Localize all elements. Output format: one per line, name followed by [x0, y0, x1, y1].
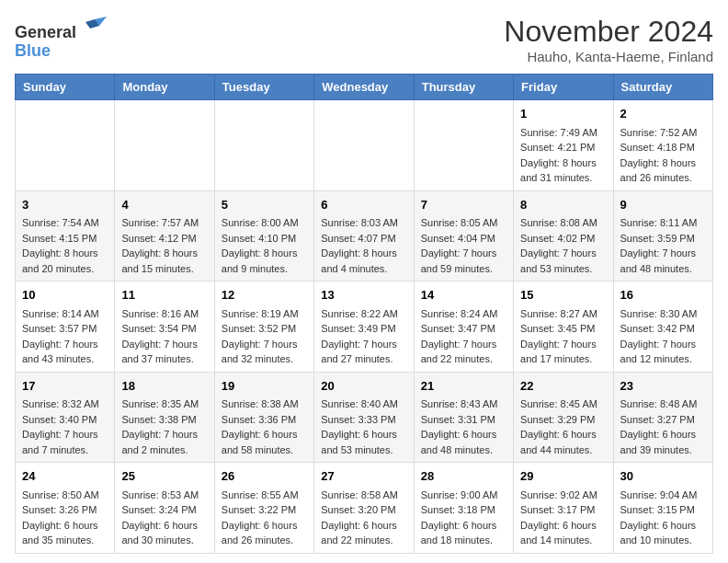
day-number: 20 — [321, 377, 406, 396]
day-info: Sunrise: 8:55 AM Sunset: 3:22 PM Dayligh… — [222, 488, 307, 548]
logo-blue: Blue — [15, 41, 51, 60]
day-info: Sunrise: 8:00 AM Sunset: 4:10 PM Dayligh… — [222, 215, 307, 276]
day-number: 10 — [22, 286, 108, 304]
calendar-weekday-header: Tuesday — [214, 75, 313, 100]
month-title: November 2024 — [504, 15, 713, 49]
day-number: 12 — [222, 286, 307, 304]
calendar-cell: 9Sunrise: 8:11 AM Sunset: 3:59 PM Daylig… — [613, 190, 712, 282]
calendar-cell: 1Sunrise: 7:49 AM Sunset: 4:21 PM Daylig… — [514, 100, 613, 191]
day-info: Sunrise: 8:11 AM Sunset: 3:59 PM Dayligh… — [620, 215, 706, 276]
calendar-cell: 24Sunrise: 8:50 AM Sunset: 3:26 PM Dayli… — [16, 463, 115, 554]
calendar-cell: 2Sunrise: 7:52 AM Sunset: 4:18 PM Daylig… — [613, 100, 712, 191]
logo-general: General — [15, 23, 76, 41]
day-number: 13 — [321, 286, 406, 304]
title-area: November 2024 Hauho, Kanta-Haeme, Finlan… — [504, 15, 713, 64]
page-header: General Blue November 2024 Hauho, Kanta-… — [15, 15, 713, 64]
calendar-cell: 17Sunrise: 8:32 AM Sunset: 3:40 PM Dayli… — [16, 372, 115, 463]
day-number: 16 — [620, 286, 706, 304]
calendar-cell: 22Sunrise: 8:45 AM Sunset: 3:29 PM Dayli… — [514, 372, 613, 463]
logo-text: General Blue — [15, 15, 108, 61]
day-info: Sunrise: 7:49 AM Sunset: 4:21 PM Dayligh… — [520, 125, 606, 186]
day-info: Sunrise: 9:04 AM Sunset: 3:15 PM Dayligh… — [620, 488, 706, 548]
day-info: Sunrise: 8:38 AM Sunset: 3:36 PM Dayligh… — [222, 396, 307, 457]
day-number: 24 — [22, 467, 108, 486]
day-number: 22 — [520, 377, 606, 396]
calendar-cell: 14Sunrise: 8:24 AM Sunset: 3:47 PM Dayli… — [414, 282, 513, 373]
day-info: Sunrise: 9:00 AM Sunset: 3:18 PM Dayligh… — [421, 488, 506, 548]
calendar-cell: 21Sunrise: 8:43 AM Sunset: 3:31 PM Dayli… — [414, 372, 513, 463]
day-info: Sunrise: 8:08 AM Sunset: 4:02 PM Dayligh… — [520, 215, 606, 276]
calendar-header-row: SundayMondayTuesdayWednesdayThursdayFrid… — [16, 75, 713, 100]
day-number: 18 — [121, 377, 207, 396]
calendar-table: SundayMondayTuesdayWednesdayThursdayFrid… — [15, 74, 713, 554]
day-number: 3 — [22, 196, 108, 214]
calendar-cell: 20Sunrise: 8:40 AM Sunset: 3:33 PM Dayli… — [314, 372, 414, 463]
day-info: Sunrise: 8:40 AM Sunset: 3:33 PM Dayligh… — [321, 396, 406, 457]
day-info: Sunrise: 7:52 AM Sunset: 4:18 PM Dayligh… — [620, 125, 706, 186]
day-number: 9 — [620, 196, 706, 214]
logo: General Blue — [15, 15, 108, 61]
calendar-cell: 25Sunrise: 8:53 AM Sunset: 3:24 PM Dayli… — [115, 463, 214, 554]
calendar-cell: 13Sunrise: 8:22 AM Sunset: 3:49 PM Dayli… — [314, 282, 414, 373]
calendar-cell: 3Sunrise: 7:54 AM Sunset: 4:15 PM Daylig… — [16, 190, 115, 282]
calendar-week-row: 1Sunrise: 7:49 AM Sunset: 4:21 PM Daylig… — [16, 100, 713, 191]
day-number: 29 — [520, 467, 606, 486]
calendar-cell: 11Sunrise: 8:16 AM Sunset: 3:54 PM Dayli… — [115, 282, 214, 373]
day-info: Sunrise: 8:03 AM Sunset: 4:07 PM Dayligh… — [321, 215, 406, 276]
logo-bird-icon — [81, 15, 108, 38]
calendar-cell: 29Sunrise: 9:02 AM Sunset: 3:17 PM Dayli… — [514, 463, 613, 554]
day-number: 5 — [222, 196, 307, 214]
day-number: 4 — [121, 196, 207, 214]
calendar-weekday-header: Monday — [115, 75, 214, 100]
calendar-cell: 26Sunrise: 8:55 AM Sunset: 3:22 PM Dayli… — [214, 463, 313, 554]
day-number: 2 — [620, 105, 706, 123]
day-info: Sunrise: 8:50 AM Sunset: 3:26 PM Dayligh… — [22, 488, 108, 548]
day-info: Sunrise: 8:48 AM Sunset: 3:27 PM Dayligh… — [620, 396, 706, 457]
calendar-weekday-header: Sunday — [16, 75, 115, 100]
day-number: 30 — [620, 467, 706, 486]
day-info: Sunrise: 8:22 AM Sunset: 3:49 PM Dayligh… — [321, 306, 406, 367]
day-info: Sunrise: 8:24 AM Sunset: 3:47 PM Dayligh… — [421, 306, 506, 367]
calendar-cell — [115, 100, 214, 191]
day-number: 19 — [222, 377, 307, 396]
location-title: Hauho, Kanta-Haeme, Finland — [504, 49, 713, 64]
day-info: Sunrise: 8:53 AM Sunset: 3:24 PM Dayligh… — [121, 488, 207, 548]
day-info: Sunrise: 8:32 AM Sunset: 3:40 PM Dayligh… — [22, 396, 108, 457]
calendar-weekday-header: Thursday — [414, 75, 513, 100]
day-info: Sunrise: 8:16 AM Sunset: 3:54 PM Dayligh… — [121, 306, 207, 367]
day-info: Sunrise: 8:19 AM Sunset: 3:52 PM Dayligh… — [222, 306, 307, 367]
calendar-cell: 10Sunrise: 8:14 AM Sunset: 3:57 PM Dayli… — [16, 282, 115, 373]
day-info: Sunrise: 8:30 AM Sunset: 3:42 PM Dayligh… — [620, 306, 706, 367]
calendar-cell — [414, 100, 513, 191]
day-info: Sunrise: 8:14 AM Sunset: 3:57 PM Dayligh… — [22, 306, 108, 367]
day-number: 23 — [620, 377, 706, 396]
day-info: Sunrise: 9:02 AM Sunset: 3:17 PM Dayligh… — [520, 488, 606, 548]
calendar-cell: 4Sunrise: 7:57 AM Sunset: 4:12 PM Daylig… — [115, 190, 214, 282]
calendar-week-row: 3Sunrise: 7:54 AM Sunset: 4:15 PM Daylig… — [16, 190, 713, 282]
day-number: 15 — [520, 286, 606, 304]
calendar-cell: 19Sunrise: 8:38 AM Sunset: 3:36 PM Dayli… — [214, 372, 313, 463]
calendar-cell: 30Sunrise: 9:04 AM Sunset: 3:15 PM Dayli… — [613, 463, 712, 554]
day-number: 14 — [421, 286, 506, 304]
day-info: Sunrise: 8:27 AM Sunset: 3:45 PM Dayligh… — [520, 306, 606, 367]
day-number: 8 — [520, 196, 606, 214]
day-info: Sunrise: 8:43 AM Sunset: 3:31 PM Dayligh… — [421, 396, 506, 457]
day-number: 27 — [321, 467, 406, 486]
calendar-weekday-header: Saturday — [613, 75, 712, 100]
day-number: 6 — [321, 196, 406, 214]
calendar-cell: 16Sunrise: 8:30 AM Sunset: 3:42 PM Dayli… — [613, 282, 712, 373]
day-number: 26 — [222, 467, 307, 486]
day-number: 17 — [22, 377, 108, 396]
day-number: 7 — [421, 196, 506, 214]
day-info: Sunrise: 8:45 AM Sunset: 3:29 PM Dayligh… — [520, 396, 606, 457]
calendar-cell: 27Sunrise: 8:58 AM Sunset: 3:20 PM Dayli… — [314, 463, 414, 554]
day-info: Sunrise: 7:54 AM Sunset: 4:15 PM Dayligh… — [22, 215, 108, 276]
calendar-cell: 28Sunrise: 9:00 AM Sunset: 3:18 PM Dayli… — [414, 463, 513, 554]
day-number: 28 — [421, 467, 506, 486]
day-number: 21 — [421, 377, 506, 396]
calendar-cell: 15Sunrise: 8:27 AM Sunset: 3:45 PM Dayli… — [514, 282, 613, 373]
calendar-cell: 5Sunrise: 8:00 AM Sunset: 4:10 PM Daylig… — [214, 190, 313, 282]
calendar-cell: 12Sunrise: 8:19 AM Sunset: 3:52 PM Dayli… — [214, 282, 313, 373]
day-info: Sunrise: 7:57 AM Sunset: 4:12 PM Dayligh… — [121, 215, 207, 276]
calendar-cell — [314, 100, 414, 191]
